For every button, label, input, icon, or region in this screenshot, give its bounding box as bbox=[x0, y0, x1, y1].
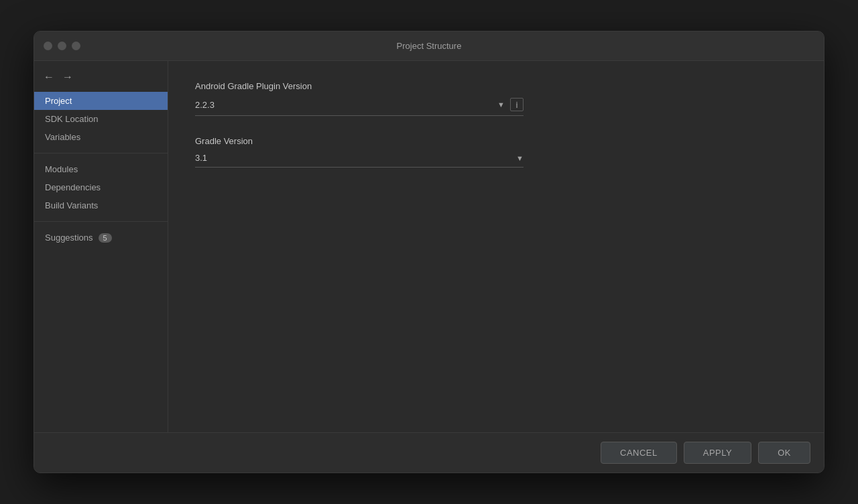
sidebar-item-modules-label: Modules bbox=[45, 164, 78, 174]
sidebar-item-build-variants-label: Build Variants bbox=[45, 200, 98, 210]
sidebar-item-variables-label: Variables bbox=[45, 132, 80, 142]
sidebar-item-dependencies-label: Dependencies bbox=[45, 182, 101, 192]
sidebar-item-suggestions-label: Suggestions bbox=[45, 233, 93, 243]
gradle-plugin-version-group: Android Gradle Plugin Version 2.2.3 3.0.… bbox=[195, 81, 797, 116]
gradle-version-dropdown-arrow: ▼ bbox=[516, 154, 524, 162]
gradle-version-select[interactable]: 3.1 4.0 4.4 4.6 5.0 bbox=[195, 153, 511, 163]
dialog-window: Project Structure ← → Project SDK Locati… bbox=[34, 31, 824, 473]
gradle-version-group: Gradle Version 3.1 4.0 4.4 4.6 5.0 ▼ bbox=[195, 136, 797, 168]
gradle-version-dropdown-wrapper: 3.1 4.0 4.4 4.6 5.0 ▼ bbox=[195, 153, 524, 168]
cancel-button[interactable]: CANCEL bbox=[601, 442, 677, 464]
dialog-footer: CANCEL APPLY OK bbox=[34, 432, 824, 472]
main-content: Android Gradle Plugin Version 2.2.3 3.0.… bbox=[168, 61, 824, 432]
gradle-plugin-info-icon[interactable]: i bbox=[510, 98, 524, 111]
minimize-button[interactable] bbox=[58, 42, 66, 50]
nav-toolbar: ← → bbox=[34, 68, 168, 90]
sidebar-section-3: Suggestions 5 bbox=[34, 227, 168, 248]
sidebar-item-dependencies[interactable]: Dependencies bbox=[34, 178, 168, 196]
sidebar-item-project[interactable]: Project bbox=[34, 92, 168, 110]
gradle-plugin-version-label: Android Gradle Plugin Version bbox=[195, 81, 797, 91]
title-bar: Project Structure bbox=[34, 32, 824, 61]
gradle-plugin-version-dropdown-wrapper: 2.2.3 3.0.0 3.1.0 3.2.0 ▼ i bbox=[195, 98, 524, 116]
sidebar-item-sdk-label: SDK Location bbox=[45, 114, 99, 124]
gradle-version-label: Gradle Version bbox=[195, 136, 797, 146]
dialog-body: ← → Project SDK Location Variables Mo bbox=[34, 61, 824, 432]
apply-button[interactable]: APPLY bbox=[684, 442, 751, 464]
sidebar-divider-2 bbox=[34, 221, 168, 222]
sidebar: ← → Project SDK Location Variables Mo bbox=[34, 61, 168, 432]
sidebar-section-1: Project SDK Location Variables bbox=[34, 90, 168, 147]
sidebar-item-suggestions[interactable]: Suggestions 5 bbox=[34, 229, 168, 247]
sidebar-item-variables[interactable]: Variables bbox=[34, 128, 168, 146]
ok-button[interactable]: OK bbox=[758, 442, 810, 464]
sidebar-item-sdk-location[interactable]: SDK Location bbox=[34, 110, 168, 128]
traffic-lights bbox=[44, 42, 80, 50]
sidebar-section-2: Modules Dependencies Build Variants bbox=[34, 159, 168, 216]
back-button[interactable]: ← bbox=[41, 70, 57, 84]
close-button[interactable] bbox=[44, 42, 52, 50]
forward-button[interactable]: → bbox=[60, 70, 76, 84]
gradle-plugin-version-select[interactable]: 2.2.3 3.0.0 3.1.0 3.2.0 bbox=[195, 100, 492, 110]
sidebar-divider-1 bbox=[34, 153, 168, 153]
sidebar-item-modules[interactable]: Modules bbox=[34, 160, 168, 178]
sidebar-item-build-variants[interactable]: Build Variants bbox=[34, 196, 168, 214]
maximize-button[interactable] bbox=[72, 42, 80, 50]
dialog-title: Project Structure bbox=[397, 41, 462, 51]
gradle-plugin-dropdown-arrow: ▼ bbox=[497, 101, 505, 109]
sidebar-item-project-label: Project bbox=[45, 96, 72, 106]
suggestions-badge: 5 bbox=[99, 233, 112, 243]
